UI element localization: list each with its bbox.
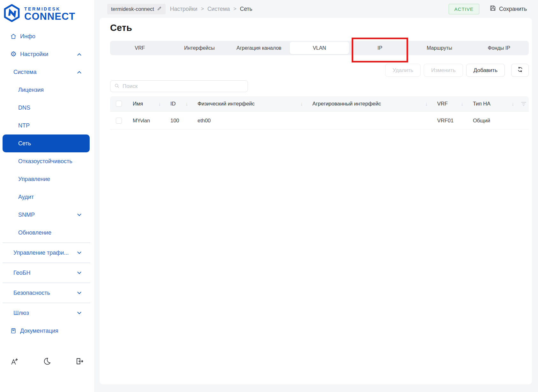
sidebar-item-label: ГеоБН — [13, 270, 30, 276]
sidebar-item-snmp[interactable]: SNMP — [3, 206, 90, 224]
sidebar-item-label: SNMP — [18, 212, 35, 218]
page-title: Сеть — [110, 22, 529, 33]
vlan-table: Имя ↓ ID ↓ Физический интерфейс ↓ Агреги… — [110, 96, 529, 130]
sidebar-item-traffic-management[interactable]: Управление трафи... — [3, 244, 90, 262]
sort-icon[interactable]: ↓ — [301, 101, 303, 106]
save-button[interactable]: Сохранить — [488, 4, 529, 13]
sort-icon[interactable]: ↓ — [159, 101, 161, 106]
brand-name-bottom: CONNECT — [24, 11, 75, 21]
sidebar-item-ntp[interactable]: NTP — [3, 117, 90, 134]
column-label: Имя — [133, 101, 143, 107]
sidebar-item-label: Инфо — [20, 33, 35, 40]
delete-button[interactable]: Удалить — [385, 64, 421, 77]
sidebar-item-label: Безопасность — [13, 290, 50, 296]
sidebar-item-gateway[interactable]: Шлюз — [3, 304, 90, 322]
row-checkbox-cell — [110, 118, 128, 124]
sidebar-item-update[interactable]: Обновление — [3, 224, 90, 242]
sidebar-item-settings[interactable]: ⚙ Настройки — [3, 45, 90, 63]
sidebar-item-network[interactable]: Сеть — [3, 134, 90, 152]
sidebar-item-management[interactable]: Управление — [3, 170, 90, 188]
tab-vrf[interactable]: VRF — [110, 41, 170, 55]
brand-logo: TERMIDESK CONNECT — [0, 0, 94, 26]
cell-vrf: VRF01 — [432, 118, 468, 124]
app-window: TERMIDESK CONNECT Инфо ⚙ Настройки Систе… — [0, 0, 538, 392]
sidebar-item-label: Обновление — [18, 229, 51, 236]
add-button[interactable]: Добавить — [466, 64, 505, 77]
refresh-button[interactable] — [511, 64, 529, 77]
sort-icon[interactable]: ↓ — [461, 101, 464, 106]
sort-icon[interactable]: ↓ — [425, 101, 428, 106]
home-icon — [10, 33, 17, 40]
edit-button[interactable]: Изменить — [424, 64, 463, 77]
hostname-label: termidesk-connect — [111, 6, 154, 12]
font-scale-icon[interactable] — [10, 357, 19, 366]
edit-pencil-icon[interactable] — [157, 6, 162, 12]
sort-icon[interactable]: ↓ — [186, 101, 188, 106]
topbar-right: ACTIVE Сохранить — [449, 4, 529, 14]
search-input[interactable] — [122, 83, 244, 90]
book-icon — [10, 328, 17, 334]
sort-icon[interactable]: ↓ — [512, 101, 514, 106]
column-label: Агрегированный интерфейс — [312, 101, 381, 107]
breadcrumb: Настройки > Система > Сеть — [170, 6, 252, 12]
tab-ip[interactable]: IP — [350, 41, 410, 55]
column-header-id: ID ↓ — [165, 101, 192, 107]
main-area: termidesk-connect Настройки > Система > … — [94, 0, 538, 392]
floppy-icon — [489, 5, 496, 13]
termidesk-logo-icon — [3, 4, 21, 24]
sidebar-item-label: Документация — [20, 328, 58, 334]
sidebar-item-label: Отказоустойчивость — [18, 158, 72, 165]
column-label: Физический интерфейс — [198, 101, 255, 107]
tab-vlan[interactable]: VLAN — [290, 42, 349, 54]
sidebar-item-geobn[interactable]: ГеоБН — [3, 264, 90, 282]
tab-interfaces[interactable]: Интерфейсы — [170, 41, 229, 55]
sidebar-item-label: Лицензия — [18, 87, 44, 93]
content-card: Сеть VRF Интерфейсы Агрегация каналов VL… — [100, 18, 532, 384]
chevron-down-icon — [77, 310, 81, 314]
column-label: ID — [170, 101, 176, 107]
tab-ip-pools[interactable]: Фонды IP — [469, 41, 529, 55]
save-label: Сохранить — [499, 6, 527, 12]
dark-mode-icon[interactable] — [43, 357, 51, 366]
column-header-aggregated-interface: Агрегированный интерфейс ↓ — [307, 101, 432, 107]
refresh-icon — [517, 66, 524, 75]
cell-name: MYvlan — [128, 118, 165, 124]
sidebar-item-system[interactable]: Система — [3, 63, 90, 81]
tab-link-aggregation[interactable]: Агрегация каналов — [229, 41, 289, 55]
breadcrumb-system[interactable]: Система — [207, 6, 230, 12]
chevron-down-icon — [77, 270, 81, 274]
tabs: VRF Интерфейсы Агрегация каналов VLAN IP… — [110, 41, 529, 55]
sidebar-divider — [3, 283, 90, 283]
header-checkbox-cell — [110, 101, 128, 107]
sidebar-item-label: Управление трафи... — [13, 250, 69, 256]
column-label: Тип HA — [473, 101, 490, 107]
sidebar-item-info[interactable]: Инфо — [3, 27, 90, 45]
gear-icon: ⚙ — [10, 51, 17, 58]
table-row[interactable]: MYvlan 100 eth00 VRF01 Общий — [110, 112, 529, 130]
sidebar-item-label: NTP — [18, 122, 30, 129]
sidebar-item-documentation[interactable]: Документация — [3, 322, 90, 340]
sidebar-item-audit[interactable]: Аудит — [3, 188, 90, 206]
sidebar-item-label: Сеть — [18, 140, 31, 147]
logout-icon[interactable] — [75, 357, 84, 366]
hostname-chip[interactable]: termidesk-connect — [107, 4, 166, 14]
breadcrumb-settings[interactable]: Настройки — [170, 6, 198, 12]
sidebar-divider — [3, 243, 90, 243]
row-checkbox[interactable] — [116, 118, 122, 124]
brand-name: TERMIDESK CONNECT — [24, 6, 75, 21]
chevron-down-icon — [77, 290, 81, 294]
breadcrumb-separator: > — [201, 6, 204, 12]
sidebar-item-license[interactable]: Лицензия — [3, 81, 90, 99]
chevron-down-icon — [77, 212, 81, 216]
sidebar-item-failover[interactable]: Отказоустойчивость — [3, 152, 90, 170]
tab-routes[interactable]: Маршруты — [410, 41, 469, 55]
select-all-checkbox[interactable] — [116, 101, 122, 107]
sidebar-item-dns[interactable]: DNS — [3, 99, 90, 117]
chevron-up-icon — [77, 71, 81, 75]
sidebar-nav: Инфо ⚙ Настройки Система Лицензия DNS NT… — [0, 27, 94, 340]
column-header-physical-interface: Физический интерфейс ↓ — [192, 101, 307, 107]
chevron-down-icon — [77, 250, 81, 254]
sidebar-divider — [3, 263, 90, 263]
filter-icon[interactable] — [519, 102, 529, 106]
sidebar-item-security[interactable]: Безопасность — [3, 284, 90, 302]
